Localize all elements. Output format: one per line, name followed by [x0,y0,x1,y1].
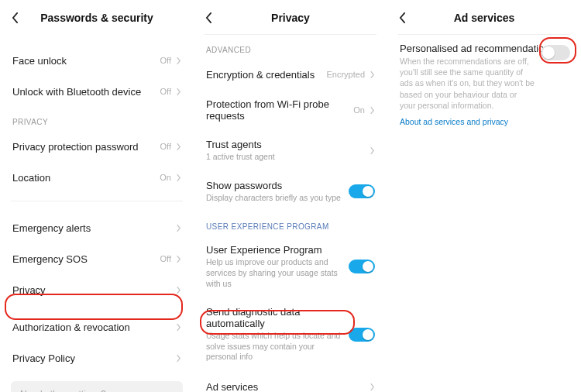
label: Face unlock [12,55,160,67]
value: Encrypted [326,70,365,79]
item-privacy[interactable]: Privacy [0,274,194,305]
chevron-right-icon [176,224,181,232]
chevron-right-icon [176,286,181,294]
label: Emergency alerts [12,222,176,234]
about-ad-services-link[interactable]: About ad services and privacy [387,111,581,132]
toggle-personalised-ads[interactable] [541,45,570,60]
page-title: Privacy [194,12,387,24]
label: Location [12,172,160,184]
label: User Experience Program [206,244,349,256]
chevron-right-icon [370,146,375,155]
page-title: Passwords & security [0,12,194,24]
value: Off [160,87,171,96]
label: Emergency SOS [12,253,160,265]
value: On [353,105,365,115]
back-icon[interactable] [397,12,407,23]
item-ad-services[interactable]: Ad services [194,371,387,392]
screen-ad-services: Ad services Personalised ad recommendati… [387,0,581,392]
label: Ad services [206,381,370,392]
chevron-right-icon [176,255,181,263]
label: Show passwords [206,180,349,191]
item-trust-agents[interactable]: Trust agents 1 active trust agent [194,130,387,171]
item-user-experience-program[interactable]: User Experience Program Help us improve … [194,236,387,297]
section-privacy-header: PRIVACY [0,107,194,131]
header: Privacy [194,0,387,34]
item-location[interactable]: Location On [0,162,194,193]
chevron-right-icon [176,57,181,65]
value: Off [160,254,171,263]
chevron-right-icon [370,383,375,391]
section-advanced-header: ADVANCED [194,35,387,59]
subtitle: 1 active trust agent [206,152,370,163]
header: Ad services [387,0,581,34]
page-title: Ad services [387,12,581,24]
label: Trust agents [206,139,370,150]
value: Off [160,142,171,151]
item-authorization-revocation[interactable]: Authorization & revocation [0,311,194,342]
header: Passwords & security [0,0,194,34]
toggle-uep[interactable] [349,260,375,273]
chevron-right-icon [176,323,181,332]
search-other-settings[interactable]: Need other settings? [11,381,183,392]
chevron-right-icon [176,88,181,96]
screen-privacy: Privacy ADVANCED Encryption & credential… [194,0,387,392]
subtitle: Help us improve our products and service… [206,257,349,289]
label: Privacy [12,284,176,296]
personalised-ads-subtitle: When the recommendations are off, you'll… [387,56,581,111]
label: Privacy protection password [12,141,160,153]
label: Authorization & revocation [12,322,176,333]
item-privacy-protection-password[interactable]: Privacy protection password Off [0,131,194,162]
toggle-diagnostic[interactable] [349,328,375,342]
label: Encryption & credentials [206,69,326,81]
subtitle: Display characters briefly as you type [206,193,349,204]
value: Off [160,56,171,65]
back-icon[interactable] [9,12,20,23]
chevron-right-icon [176,354,181,363]
item-bluetooth-unlock[interactable]: Unlock with Bluetooth device Off [0,76,194,107]
subtitle: Usage stats which help us locate and sol… [206,331,349,363]
chevron-right-icon [176,174,181,182]
value: On [160,173,171,182]
item-show-passwords[interactable]: Show passwords Display characters briefl… [194,171,387,212]
label: Send diagnostic data automatically [206,306,349,329]
item-emergency-sos[interactable]: Emergency SOS Off [0,243,194,274]
item-face-unlock[interactable]: Face unlock Off [0,45,194,76]
toggle-show-passwords[interactable] [349,184,375,198]
label: Privacy Policy [12,352,176,364]
section-uep-header: USER EXPERIENCE PROGRAM [194,211,387,236]
item-wifi-probe-protection[interactable]: Protection from Wi-Fi probe requests On [194,90,387,130]
chevron-right-icon [370,70,375,79]
screen-passwords-security: Passwords & security Face unlock Off Unl… [0,0,194,392]
chevron-right-icon [176,143,181,151]
item-encryption-credentials[interactable]: Encryption & credentials Encrypted [194,59,387,90]
back-icon[interactable] [203,12,214,23]
item-emergency-alerts[interactable]: Emergency alerts [0,212,194,243]
chevron-right-icon [370,106,375,115]
item-privacy-policy[interactable]: Privacy Policy [0,342,194,373]
item-send-diagnostic-data[interactable]: Send diagnostic data automatically Usage… [194,297,387,371]
label: Unlock with Bluetooth device [12,86,160,98]
label: Protection from Wi-Fi probe requests [206,98,353,122]
